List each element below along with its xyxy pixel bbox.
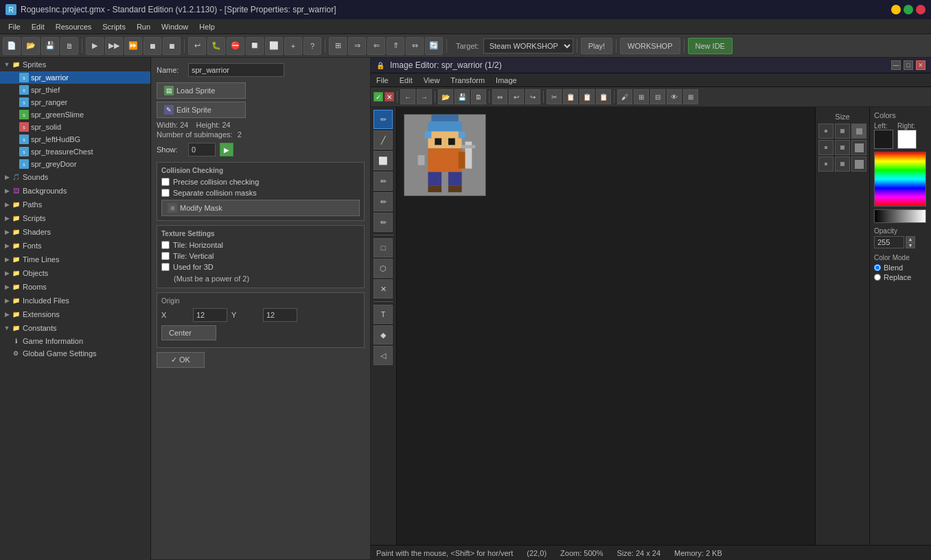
editor-grid-btn[interactable]: ⊟ (650, 89, 665, 104)
editor-frames-btn[interactable]: ⊞ (683, 89, 698, 104)
editor-open-btn[interactable]: 📂 (438, 89, 453, 104)
objects-category[interactable]: ▶ 📁 Objects (0, 266, 150, 280)
separate-masks-check[interactable] (161, 189, 170, 197)
editor-view-btn[interactable]: 👁 (667, 89, 682, 104)
workshop-btn[interactable]: WORKSHOP (620, 38, 680, 54)
replace-radio[interactable] (874, 274, 881, 281)
load-sprite-btn[interactable]: ▤ Load Sprite (157, 82, 246, 99)
close-btn[interactable] (916, 5, 926, 14)
canvas-area[interactable] (397, 107, 815, 545)
editor-copy2-btn[interactable]: 📋 (596, 89, 611, 104)
size-sm2[interactable] (818, 140, 834, 155)
menu-window[interactable]: Window (156, 21, 194, 32)
editor-next-btn[interactable]: → (417, 89, 432, 104)
editor-max-btn[interactable]: □ (904, 60, 913, 70)
tb-arrow4[interactable]: ⇔ (406, 37, 424, 55)
fill-tool[interactable]: ⬡ (373, 259, 393, 278)
target-select[interactable]: Steam WORKSHOP (483, 38, 573, 54)
editor-redo-btn[interactable]: ↪ (525, 89, 540, 104)
size-md2[interactable] (835, 140, 850, 155)
grayscale-bar[interactable] (874, 209, 926, 223)
menu-edit[interactable]: Edit (26, 21, 50, 32)
color-picker[interactable] (874, 152, 926, 207)
pencil4-tool[interactable]: ✏ (373, 213, 393, 232)
origin-x-input[interactable] (193, 308, 227, 322)
used-3d-check[interactable] (161, 263, 170, 271)
editor-confirm-btn[interactable]: ✓ (373, 92, 383, 102)
tb-debug2[interactable]: ⛔ (227, 37, 244, 55)
tb-resource[interactable]: 🔲 (246, 37, 264, 55)
sprite-item-door[interactable]: s spr_greyDoor (0, 158, 150, 170)
editor-pattern-btn[interactable]: ⊞ (634, 89, 649, 104)
editor-undo-btn[interactable]: ↩ (509, 89, 524, 104)
game-info-item[interactable]: ℹ Game Information (0, 335, 150, 347)
editor-menu-transform[interactable]: Transform (445, 75, 490, 86)
editor-save-as-btn[interactable]: 🗎 (471, 89, 486, 104)
editor-copy-btn[interactable]: 📋 (563, 89, 578, 104)
scripts-category[interactable]: ▶ 📁 Scripts (0, 211, 150, 225)
size-sm[interactable] (818, 124, 834, 139)
size-xlg[interactable] (851, 140, 866, 155)
tb-arrow3[interactable]: ⇑ (387, 37, 404, 55)
tb-help[interactable]: ? (303, 37, 321, 55)
sprites-category[interactable]: ▼ 📁 Sprites (0, 58, 150, 71)
modify-mask-btn[interactable]: ⊞ Modify Mask (161, 200, 360, 216)
shaders-category[interactable]: ▶ 📁 Shaders (0, 225, 150, 239)
editor-menu-file[interactable]: File (371, 75, 394, 86)
opacity-up-btn[interactable]: ▲ (906, 236, 915, 242)
name-input[interactable] (188, 63, 284, 77)
pencil-tool[interactable]: ✏ (373, 110, 393, 129)
tb-undo[interactable]: ↩ (188, 37, 206, 55)
tb-open[interactable]: 📂 (22, 37, 40, 55)
sprite-item-slime[interactable]: s spr_greenSlime (0, 108, 150, 121)
tb-arrow1[interactable]: ⇒ (348, 37, 366, 55)
editor-close-btn[interactable]: ✕ (916, 60, 926, 70)
pencil3-tool[interactable]: ✏ (373, 192, 393, 211)
sprite-item-ranger[interactable]: s spr_ranger (0, 96, 150, 108)
origin-y-input[interactable] (263, 308, 297, 322)
editor-prev-btn[interactable]: ← (400, 89, 415, 104)
pencil2-tool[interactable]: ✏ (373, 172, 393, 191)
tb-new[interactable]: 📄 (3, 37, 21, 55)
editor-resize-btn[interactable]: ⇔ (492, 89, 507, 104)
blend-radio[interactable] (874, 264, 881, 271)
precise-collision-check[interactable] (161, 178, 170, 186)
left-color-swatch[interactable] (874, 130, 893, 149)
backgrounds-category[interactable]: ▶ 🖼 Backgrounds (0, 184, 150, 198)
rooms-category[interactable]: ▶ 📁 Rooms (0, 280, 150, 294)
show-input[interactable] (188, 143, 216, 156)
tb-debug[interactable]: 🐛 (207, 37, 225, 55)
editor-menu-edit[interactable]: Edit (394, 75, 418, 86)
sounds-category[interactable]: ▶ 🎵 Sounds (0, 170, 150, 184)
tile-v-check[interactable] (161, 252, 170, 260)
menu-help[interactable]: Help (194, 21, 220, 32)
menu-resources[interactable]: Resources (50, 21, 97, 32)
extensions-category[interactable]: ▶ 📁 Extensions (0, 307, 150, 321)
editor-min-btn[interactable]: — (891, 60, 901, 70)
size-lg[interactable] (851, 124, 866, 139)
play-btn[interactable]: Play! (581, 38, 612, 54)
included-files-category[interactable]: ▶ 📁 Included Files (0, 294, 150, 307)
timelines-category[interactable]: ▶ 📁 Time Lines (0, 253, 150, 266)
tile-h-check[interactable] (161, 241, 170, 249)
tb-grid[interactable]: ⊞ (329, 37, 347, 55)
tb-run3[interactable]: ⏩ (124, 37, 142, 55)
tb-run2[interactable]: ▶▶ (105, 37, 123, 55)
diamond-tool[interactable]: ◆ (373, 325, 393, 345)
tb-resource2[interactable]: ⬜ (265, 37, 283, 55)
tb-stop2[interactable]: ⏹ (163, 37, 181, 55)
menu-run[interactable]: Run (131, 21, 156, 32)
menu-file[interactable]: File (3, 21, 26, 32)
sprite-item-warrior[interactable]: s spr_warrior (0, 71, 150, 84)
editor-cancel-btn[interactable]: ✕ (384, 92, 394, 102)
editor-menu-image[interactable]: Image (490, 75, 522, 86)
tb-add[interactable]: + (284, 37, 302, 55)
size-md3[interactable] (835, 156, 850, 172)
minimize-btn[interactable] (891, 5, 901, 14)
fonts-category[interactable]: ▶ 📁 Fonts (0, 239, 150, 253)
tb-save2[interactable]: 🗎 (60, 37, 78, 55)
tb-arrow2[interactable]: ⇐ (367, 37, 385, 55)
size-md[interactable] (835, 124, 850, 139)
text-tool[interactable]: T (373, 305, 393, 324)
maximize-btn[interactable] (904, 5, 913, 14)
